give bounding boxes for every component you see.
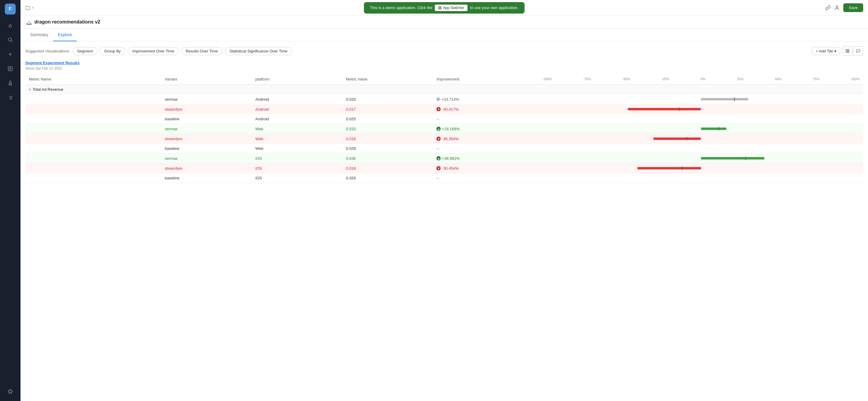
chart-cell <box>538 153 863 163</box>
variant-cell: dreamfyre <box>161 134 252 144</box>
svg-rect-16 <box>438 6 440 7</box>
svg-rect-21 <box>846 50 847 51</box>
sidebar-item-add[interactable] <box>4 48 16 60</box>
platform-cell: Android <box>252 104 342 114</box>
table-row: baseline iOS 0.026 -- <box>25 173 863 183</box>
viz-chip-group-by[interactable]: Group By <box>100 47 125 55</box>
sidebar: F ⌂ <box>0 0 21 401</box>
improvement-value: -- <box>436 117 439 121</box>
improvement-bar <box>542 156 860 161</box>
app-switcher-button[interactable]: App Switcher <box>435 4 468 11</box>
zero-line <box>701 107 701 112</box>
down-icon: ▼ <box>436 166 441 171</box>
topbar-left: ▾ <box>25 5 34 10</box>
link-icon[interactable] <box>825 5 831 10</box>
chat-view-button[interactable] <box>854 46 863 56</box>
demo-banner: This is a demo application. Click the Ap… <box>364 2 524 13</box>
table-row: vermax Android 0.033 +33.714% <box>25 94 863 104</box>
error-marker <box>687 137 687 141</box>
metric-name-cell <box>25 134 161 144</box>
down-icon: ▼ <box>436 136 441 141</box>
sidebar-item-flask[interactable] <box>4 77 16 89</box>
improvement-cell: ▼-36.364% <box>433 134 538 144</box>
chart-cell <box>538 124 863 134</box>
zero-line <box>701 136 701 141</box>
improvement-value: ▼-30.454% <box>436 166 535 171</box>
metric-value-cell: 0.025 <box>342 114 433 124</box>
improvement-value: ▲+18.168% <box>436 127 535 131</box>
sidebar-item-settings[interactable] <box>4 385 16 397</box>
metric-value-cell: 0.018 <box>342 163 433 173</box>
platform-cell: iOS <box>252 163 342 173</box>
metric-name-cell <box>25 124 161 134</box>
col-header-metric-value: Metric Value <box>342 73 433 85</box>
improvement-cell: ▲+18.168% <box>433 124 538 134</box>
topbar: ▾ This is a demo application. Click the … <box>21 0 868 16</box>
up-icon: ▲ <box>436 156 441 160</box>
sidebar-item-documents[interactable] <box>4 63 16 75</box>
variant-cell: dreamfyre <box>161 163 252 173</box>
svg-rect-18 <box>440 8 441 9</box>
table-row: baseline Android 0.025 -- <box>25 114 863 124</box>
improvement-bar <box>542 136 860 141</box>
viz-chip-improvement-over-time[interactable]: Improvement Over Time <box>128 47 179 55</box>
bar <box>701 98 749 100</box>
svg-rect-22 <box>848 50 849 51</box>
chart-cell <box>538 173 863 183</box>
error-marker <box>745 156 746 160</box>
improvement-cell: -- <box>433 144 538 153</box>
tab-explore[interactable]: Explore <box>53 29 77 41</box>
viz-chip-results-over-time[interactable]: Results Over Time <box>181 47 222 55</box>
metric-name-cell <box>25 173 161 183</box>
improvement-cell: -- <box>433 173 538 183</box>
tab-summary[interactable]: Summary <box>25 29 53 41</box>
user-icon[interactable] <box>834 5 840 10</box>
sidebar-item-home[interactable]: ⌂ <box>4 19 16 31</box>
viz-chip-segment[interactable]: Segment <box>73 47 97 55</box>
metric-value-cell: 0.036 <box>342 153 433 163</box>
app-title-icon: 🏔️ <box>25 19 32 25</box>
platform-cell: Web <box>252 134 342 144</box>
platform-cell: Android <box>252 94 342 104</box>
add-tile-button[interactable]: + Add Tile ▾ <box>812 47 840 55</box>
chart-scale: -100% -75% -50% -25% 0% 25% 50% 75% 100% <box>542 76 860 82</box>
results-table: Metric Name Variant platform Metric Valu… <box>25 73 863 183</box>
sidebar-item-search[interactable] <box>4 34 16 46</box>
app-logo[interactable]: F <box>5 4 16 14</box>
sidebar-item-list[interactable] <box>4 92 16 104</box>
save-button[interactable]: Save <box>843 3 863 12</box>
svg-rect-17 <box>440 6 441 7</box>
table-row: baseline Web 0.028 -- <box>25 144 863 153</box>
improvement-value: ▲+38.982% <box>436 156 535 161</box>
improvement-value: -- <box>436 176 439 180</box>
table-row: dreamfyre Web 0.018 ▼-36.364% <box>25 134 863 144</box>
improvement-value: -- <box>436 146 439 151</box>
grid-view-button[interactable] <box>843 46 852 56</box>
metric-value-cell: 0.018 <box>342 134 433 144</box>
viz-chip-statistical-significance[interactable]: Statistical Significance Over Time <box>225 47 292 55</box>
error-marker <box>682 166 682 170</box>
content-area: Suggested Visualizations: Segment Group … <box>21 41 868 401</box>
section-title[interactable]: Segment Experiment Results <box>25 61 863 65</box>
metric-value-cell: 0.033 <box>342 94 433 104</box>
variant-cell: dreamfyre <box>161 104 252 114</box>
platform-cell: Web <box>252 144 342 153</box>
section-since: Since Sat Feb 12 2022 <box>25 66 863 70</box>
zero-line <box>701 166 701 171</box>
suggested-visualizations-bar: Suggested Visualizations: Segment Group … <box>25 46 863 56</box>
chart-cell <box>538 163 863 173</box>
results-table-container: Metric Name Variant platform Metric Valu… <box>25 73 863 183</box>
table-row: vermax iOS 0.036 ▲+38.982% <box>25 153 863 163</box>
up-icon: ▲ <box>436 127 441 131</box>
svg-rect-23 <box>848 51 849 53</box>
variant-cell: baseline <box>161 114 252 124</box>
metric-name-cell <box>25 144 161 153</box>
metric-name-cell <box>25 114 161 124</box>
improvement-value: +33.714% <box>436 97 535 102</box>
chart-cell <box>538 144 863 153</box>
svg-rect-24 <box>846 51 847 53</box>
view-toggle <box>843 46 863 56</box>
expand-icon[interactable]: ▾ <box>29 87 31 92</box>
tab-bar: Summary Explore <box>21 29 868 41</box>
metric-name-cell <box>25 104 161 114</box>
